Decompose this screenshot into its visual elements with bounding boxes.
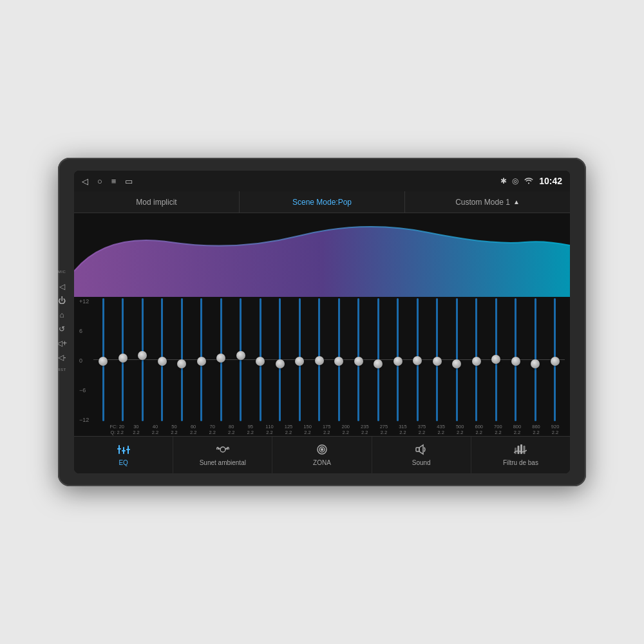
freq-col-920: 9202.2 xyxy=(545,424,565,437)
slider-thumb-70[interactable] xyxy=(197,357,206,366)
back-nav-icon[interactable]: ◁ xyxy=(82,176,88,186)
fc-label-175: 175 xyxy=(323,424,331,430)
status-bar: ◁ ○ ≡ ▭ ✱ ◎ 10:42 xyxy=(74,171,570,191)
freq-col-700: 7002.2 xyxy=(489,424,508,437)
mode-implicit[interactable]: Mod implicit xyxy=(74,191,240,213)
slider-thumb-125[interactable] xyxy=(276,359,285,368)
q-label-860: 2.2 xyxy=(533,430,539,436)
nav-item-ambient[interactable]: Sunet ambiental xyxy=(173,437,272,473)
freq-col-375: 3752.2 xyxy=(412,424,431,437)
nav-item-eq[interactable]: EQ xyxy=(74,437,173,473)
slider-thumb-80[interactable] xyxy=(216,354,225,363)
home-icon-side[interactable]: ⌂ xyxy=(59,311,64,319)
freq-col-150: 1502.2 xyxy=(298,424,317,437)
target-icon xyxy=(316,444,328,457)
eq-sliders-area: +12 6 0 −6 −12 FC: 20Q: 2.2302.240 xyxy=(74,297,570,436)
fc-label-920: 920 xyxy=(551,424,560,430)
freq-col-20: FC: 20Q: 2.2 xyxy=(108,424,127,437)
wave-icon xyxy=(216,444,229,457)
slider-thumb-375[interactable] xyxy=(413,356,422,365)
freq-col-435: 4352.2 xyxy=(431,424,451,437)
slider-thumb-275[interactable] xyxy=(374,359,383,368)
device: MIC ◁ ⏻ ⌂ ↺ ◁+ ◁- RST ◁ ○ ≡ ▭ ✱ ◎ xyxy=(58,158,586,486)
side-controls: MIC ◁ ⏻ ⌂ ↺ ◁+ ◁- RST xyxy=(57,265,67,379)
vol-down-icon[interactable]: ◁- xyxy=(58,354,66,361)
screen-content: ◁ ○ ≡ ▭ ✱ ◎ 10:42 xyxy=(74,171,570,473)
slider-thumb-315[interactable] xyxy=(393,357,402,366)
slider-thumb-600[interactable] xyxy=(472,357,481,366)
q-label-375: 2.2 xyxy=(419,430,425,436)
slider-thumb-200[interactable] xyxy=(334,357,343,366)
q-label-600: 2.2 xyxy=(476,430,482,436)
freq-col-275: 2752.2 xyxy=(374,424,393,437)
slider-thumb-30[interactable] xyxy=(118,354,128,363)
slider-track-175 xyxy=(318,298,320,421)
svg-rect-4 xyxy=(122,450,126,451)
freq-col-315: 3152.2 xyxy=(393,424,413,437)
slider-thumb-150[interactable] xyxy=(295,357,304,366)
slider-thumb-435[interactable] xyxy=(433,357,442,366)
slider-track-150 xyxy=(299,298,301,421)
mic-label: MIC xyxy=(58,270,66,274)
slider-thumb-235[interactable] xyxy=(354,357,363,366)
recent-nav-icon[interactable]: ▭ xyxy=(125,176,133,186)
slider-thumb-800[interactable] xyxy=(511,357,520,366)
slider-thumb-20[interactable] xyxy=(99,357,108,366)
fc-label-40: 40 xyxy=(153,424,158,430)
mode-bar: Mod implicit Scene Mode:Pop Custom Mode … xyxy=(74,191,570,213)
q-label-315: 2.2 xyxy=(399,430,406,436)
nav-item-label-bass: Filtru de bas xyxy=(503,459,538,466)
slider-track-40 xyxy=(142,298,144,421)
nav-item-zone[interactable]: ZONA xyxy=(272,437,372,473)
slider-track-60 xyxy=(181,298,183,421)
slider-thumb-860[interactable] xyxy=(531,359,540,368)
slider-track-95 xyxy=(240,298,242,421)
nav-item-bass[interactable]: Filtru de bas xyxy=(471,437,570,473)
freq-col-70: 702.2 xyxy=(203,424,222,437)
bottom-nav: EQ Sunet ambiental ZONA Sound Filtru de … xyxy=(74,436,570,473)
menu-nav-icon[interactable]: ≡ xyxy=(111,176,117,186)
fc-label-60: 60 xyxy=(191,424,196,430)
slider-thumb-60[interactable] xyxy=(177,359,186,368)
slider-thumb-700[interactable] xyxy=(491,355,500,364)
freq-col-125: 1252.2 xyxy=(279,424,298,437)
time-display: 10:42 xyxy=(539,176,562,186)
freq-col-175: 1752.2 xyxy=(317,424,336,437)
power-icon[interactable]: ⏻ xyxy=(58,297,66,305)
slider-track-275 xyxy=(377,298,379,421)
nav-item-sound[interactable]: Sound xyxy=(372,437,471,473)
slider-thumb-110[interactable] xyxy=(256,357,265,366)
slider-thumb-95[interactable] xyxy=(236,351,245,360)
slider-track-600 xyxy=(475,298,477,421)
fc-label-700: 700 xyxy=(494,424,502,430)
freq-col-860: 8602.2 xyxy=(527,424,546,437)
slider-thumb-50[interactable] xyxy=(158,357,167,366)
sliders-row xyxy=(93,297,565,422)
fc-label-110: 110 xyxy=(265,424,274,430)
slider-track-20 xyxy=(102,298,104,421)
mode-custom[interactable]: Custom Mode 1 ▲ xyxy=(405,191,570,213)
slider-track-860 xyxy=(535,298,536,421)
back-button-side[interactable]: ◁ xyxy=(59,283,65,290)
slider-track-235 xyxy=(357,298,359,421)
undo-icon[interactable]: ↺ xyxy=(59,325,65,333)
location-icon: ◎ xyxy=(512,176,518,185)
slider-thumb-40[interactable] xyxy=(138,351,147,360)
slider-thumb-500[interactable] xyxy=(452,359,461,368)
slider-thumb-920[interactable] xyxy=(551,357,560,366)
freq-labels: FC: 20Q: 2.2302.2402.2502.2602.2702.2802… xyxy=(108,424,565,437)
status-right: ✱ ◎ 10:42 xyxy=(500,176,562,186)
freq-col-95: 952.2 xyxy=(241,424,260,437)
slider-track-30 xyxy=(122,298,124,421)
nav-item-label-zone: ZONA xyxy=(313,459,331,466)
svg-rect-11 xyxy=(515,448,516,454)
mode-scene[interactable]: Scene Mode:Pop xyxy=(240,191,405,213)
q-label-80: 2.2 xyxy=(228,430,234,436)
home-nav-icon[interactable]: ○ xyxy=(97,176,102,186)
freq-col-50: 502.2 xyxy=(165,424,184,437)
q-label-200: 2.2 xyxy=(343,430,349,436)
slider-thumb-175[interactable] xyxy=(315,356,324,365)
q-label-50: 2.2 xyxy=(171,430,177,436)
vol-up-icon[interactable]: ◁+ xyxy=(57,339,67,347)
q-label-95: 2.2 xyxy=(247,430,254,436)
